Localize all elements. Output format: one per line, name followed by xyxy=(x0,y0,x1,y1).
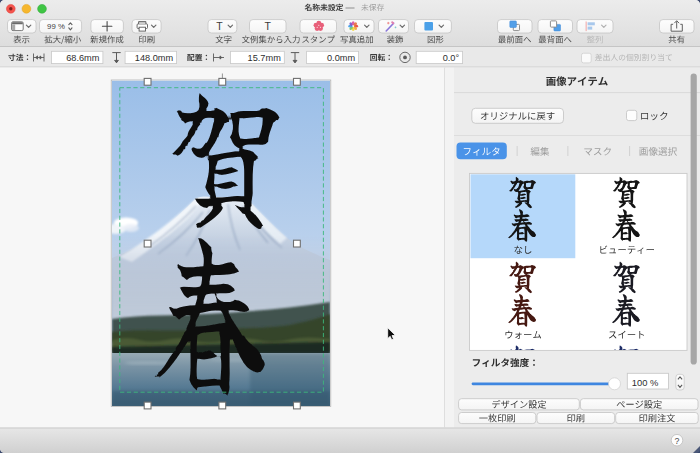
svg-text:T: T xyxy=(216,20,223,32)
svg-text:0.0°: 0.0° xyxy=(443,53,460,63)
svg-text:68.6mm: 68.6mm xyxy=(66,53,100,63)
svg-text:0.0mm: 0.0mm xyxy=(327,53,355,63)
svg-text:15.7mm: 15.7mm xyxy=(248,53,282,63)
svg-text:100 %: 100 % xyxy=(632,377,659,388)
svg-text:99 %: 99 % xyxy=(47,22,65,31)
svg-text:T: T xyxy=(264,20,271,32)
svg-text:148.0mm: 148.0mm xyxy=(135,53,174,63)
svg-text:?: ? xyxy=(675,436,680,446)
